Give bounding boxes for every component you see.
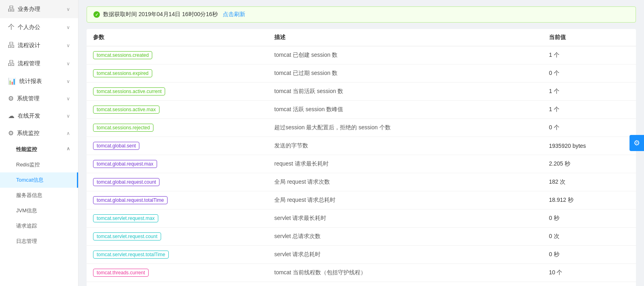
param-tag: tomcat.global.request.totalTime	[93, 196, 168, 204]
personal-icon: 个	[8, 23, 14, 31]
sidebar-item-process-mgmt-label: 流程管理	[18, 60, 40, 67]
table-cell-desc: tomcat 已创建 session 数	[274, 52, 549, 59]
online-dev-icon: ☁	[8, 112, 14, 120]
chevron-down-icon-personal: ∨	[66, 25, 70, 30]
chevron-down-icon-pd: ∨	[66, 43, 70, 48]
sys-monitor-icon: ⚙	[8, 129, 14, 137]
chevron-up-icon: ∧	[66, 131, 70, 136]
table-body: tomcat.sessions.created tomcat 已创建 sessi…	[87, 46, 636, 286]
table-cell-desc: tomcat 已过期 session 数	[274, 70, 549, 77]
table-row: tomcat.sessions.active.max tomcat 活跃 ses…	[87, 101, 636, 119]
sidebar-item-stats-label: 统计报表	[19, 78, 42, 85]
header-param: 参数	[93, 34, 274, 41]
sidebar-item-perf-monitor-label: 性能监控	[16, 146, 37, 152]
header-value: 当前值	[549, 34, 630, 41]
gear-icon: ⚙	[634, 139, 640, 147]
table-cell-value: 0 秒	[549, 215, 630, 222]
sidebar-item-log-mgmt[interactable]: 日志管理	[0, 234, 78, 249]
table-row: tomcat.servlet.request.max servlet 请求最长耗…	[87, 209, 636, 228]
table-row: tomcat.threads.configMax tomcat 配置的线程最大数…	[87, 282, 636, 286]
param-tag: tomcat.servlet.request.count	[93, 232, 161, 240]
sidebar-item-tomcat[interactable]: Tomcat信息	[0, 172, 78, 188]
chevron-down-icon-od: ∨	[66, 113, 70, 119]
sidebar-item-process-mgmt[interactable]: 品 流程管理 ∨	[0, 54, 78, 73]
table-row: tomcat.global.request.max request 请求最长耗时…	[87, 155, 636, 173]
table-cell-param: tomcat.servlet.request.totalTime	[93, 251, 274, 259]
table-cell-param: tomcat.global.request.totalTime	[93, 196, 274, 204]
sidebar-item-redis-label: Redis监控	[16, 162, 40, 168]
param-tag: tomcat.threads.current	[93, 269, 149, 277]
table-row: tomcat.servlet.request.count servlet 总请求…	[87, 228, 636, 246]
sidebar-item-business-label: 业务办理	[18, 6, 40, 13]
refresh-link[interactable]: 点击刷新	[223, 11, 245, 18]
table-cell-param: tomcat.sessions.expired	[93, 69, 274, 77]
sidebar-item-stats[interactable]: 📊 统计报表 ∨	[0, 73, 78, 90]
sidebar-item-tomcat-label: Tomcat信息	[16, 177, 43, 183]
sidebar-item-request-trace[interactable]: 请求追踪	[0, 218, 78, 234]
table-cell-param: tomcat.sessions.active.current	[93, 87, 274, 95]
main-content: 数据获取时间 2019年04月14日 16时00分16秒 点击刷新 参数 描述 …	[79, 0, 644, 286]
table-row: tomcat.sessions.expired tomcat 已过期 sessi…	[87, 64, 636, 83]
table-cell-value: 10 个	[549, 269, 630, 276]
table-cell-param: tomcat.global.request.max	[93, 160, 274, 168]
sidebar-item-business[interactable]: 品 业务办理 ∨	[0, 0, 78, 18]
table-cell-desc: request 请求最长耗时	[274, 160, 549, 168]
table-row: tomcat.global.request.count 全局 request 请…	[87, 173, 636, 191]
sidebar-item-sys-monitor-label: 系统监控	[17, 130, 39, 137]
sidebar-item-personal[interactable]: 个 个人办公 ∨	[0, 18, 78, 36]
table-row: tomcat.sessions.created tomcat 已创建 sessi…	[87, 46, 636, 64]
sidebar-item-log-mgmt-label: 日志管理	[16, 238, 37, 244]
table-cell-desc: tomcat 当前活跃 session 数	[274, 88, 549, 95]
status-message: 数据获取时间 2019年04月14日 16时00分16秒	[103, 11, 218, 18]
table-header: 参数 描述 当前值	[87, 29, 636, 46]
header-desc: 描述	[274, 34, 549, 41]
table-cell-desc: servlet 请求总耗时	[274, 251, 549, 258]
sidebar-item-perf-monitor[interactable]: 性能监控 ∧	[0, 142, 78, 157]
sidebar-item-sys-monitor[interactable]: ⚙ 系统监控 ∧	[0, 124, 78, 142]
param-tag: tomcat.global.request.count	[93, 178, 159, 186]
table-cell-desc: 全局 request 请求总耗时	[274, 197, 549, 204]
table-cell-desc: tomcat 活跃 session 数峰值	[274, 106, 549, 113]
param-tag: tomcat.global.sent	[93, 142, 139, 150]
sidebar: 品 业务办理 ∨ 个 个人办公 ∨ 品 流程设计 ∨ 品 流程管理 ∨ 📊 统计…	[0, 0, 79, 286]
chevron-down-icon: ∨	[66, 6, 70, 12]
table-cell-value: 182 次	[549, 178, 630, 186]
table-cell-value: 0 次	[549, 233, 630, 240]
table-cell-value: 0 秒	[549, 251, 630, 258]
param-tag: tomcat.global.request.max	[93, 160, 157, 168]
table-cell-param: tomcat.servlet.request.count	[93, 232, 274, 240]
table-cell-param: tomcat.sessions.rejected	[93, 124, 274, 132]
table-row: tomcat.servlet.request.totalTime servlet…	[87, 246, 636, 264]
sidebar-item-process-design-label: 流程设计	[18, 42, 40, 49]
sidebar-item-online-dev-label: 在线开发	[18, 112, 40, 120]
success-icon	[93, 11, 100, 18]
table-cell-value: 1 个	[549, 88, 630, 95]
sidebar-item-online-dev[interactable]: ☁ 在线开发 ∨	[0, 107, 78, 124]
param-tag: tomcat.sessions.expired	[93, 69, 152, 77]
sidebar-item-sys-mgmt[interactable]: ⚙ 系统管理 ∨	[0, 90, 78, 107]
table-cell-value: 2.205 秒	[549, 160, 630, 168]
table-cell-param: tomcat.sessions.active.max	[93, 106, 274, 114]
sidebar-item-sys-mgmt-label: 系统管理	[17, 95, 39, 102]
table-cell-value: 0 个	[549, 124, 630, 131]
param-tag: tomcat.servlet.request.totalTime	[93, 251, 169, 259]
param-tag: tomcat.sessions.active.max	[93, 106, 159, 114]
sidebar-item-server-label: 服务器信息	[16, 192, 42, 198]
table-cell-value: 1 个	[549, 106, 630, 113]
param-tag: tomcat.sessions.created	[93, 51, 152, 59]
table-row: tomcat.sessions.active.current tomcat 当前…	[87, 83, 636, 101]
table-cell-desc: tomcat 当前线程数（包括守护线程）	[274, 269, 549, 276]
sidebar-item-jvm[interactable]: JVM信息	[0, 203, 78, 218]
table-row: tomcat.threads.current tomcat 当前线程数（包括守护…	[87, 264, 636, 282]
sidebar-item-redis[interactable]: Redis监控	[0, 157, 78, 172]
table-cell-desc: 发送的字节数	[274, 142, 549, 149]
table-row: tomcat.sessions.rejected 超过session 最大配置后…	[87, 119, 636, 137]
sidebar-item-server[interactable]: 服务器信息	[0, 188, 78, 203]
table-cell-value: 18.912 秒	[549, 197, 630, 204]
sidebar-item-process-design[interactable]: 品 流程设计 ∨	[0, 36, 78, 54]
table-cell-value: 1 个	[549, 52, 630, 59]
float-settings-button[interactable]: ⚙	[630, 135, 644, 151]
business-icon: 品	[8, 5, 14, 13]
stats-icon: 📊	[8, 77, 16, 85]
table-cell-param: tomcat.global.request.count	[93, 178, 274, 186]
